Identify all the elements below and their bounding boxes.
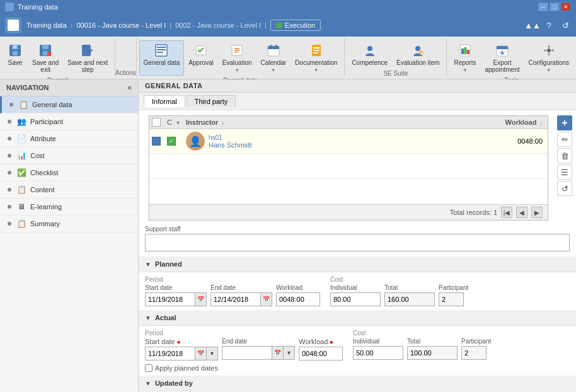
planned-workload-input[interactable] bbox=[276, 292, 320, 306]
planned-period-inputs: Start date 📅 End date 📅 bbox=[145, 284, 320, 306]
apply-planned-checkbox[interactable] bbox=[145, 364, 153, 372]
actual-period-inputs: Start date ● 📅 ▼ End date bbox=[145, 338, 343, 360]
actual-individual-input[interactable] bbox=[353, 346, 403, 360]
row-checkbox-cell bbox=[152, 137, 167, 146]
configurations-button[interactable]: Configurations ▼ bbox=[524, 40, 573, 76]
actual-participant-input bbox=[461, 346, 487, 360]
planned-end-cal-btn[interactable]: 📅 bbox=[261, 292, 272, 306]
reports-button[interactable]: Reports ▼ bbox=[449, 40, 480, 76]
collapse-icon[interactable]: ▲▲ bbox=[527, 20, 538, 31]
minimize-btn[interactable]: ─ bbox=[538, 3, 548, 11]
breadcrumb-app[interactable]: Training data bbox=[26, 21, 67, 29]
maximize-btn[interactable]: □ bbox=[550, 3, 560, 11]
actions-section-label: Actions bbox=[115, 68, 136, 78]
planned-individual-input[interactable] bbox=[330, 292, 381, 306]
edit-instructor-btn[interactable]: ✏ bbox=[557, 132, 572, 147]
support-staff-field: Support staff bbox=[145, 226, 570, 253]
save-next-button[interactable]: Save and nextstep bbox=[63, 40, 112, 76]
first-page-btn[interactable]: |◀ bbox=[501, 207, 512, 218]
select-all-checkbox[interactable] bbox=[152, 118, 161, 127]
support-staff-input[interactable] bbox=[145, 234, 570, 251]
planned-workload-group: Workload bbox=[276, 284, 320, 306]
planned-start-cal-btn[interactable]: 📅 bbox=[195, 292, 207, 306]
main-layout: NAVIGATION « 📋 General data 👥 Participan… bbox=[0, 79, 576, 392]
general-data-icon bbox=[154, 43, 169, 58]
actual-start-extra-btn[interactable]: ▼ bbox=[207, 347, 218, 360]
actual-workload-input[interactable] bbox=[299, 347, 343, 360]
competence-button[interactable]: Competence bbox=[347, 40, 392, 69]
col-header-check bbox=[152, 118, 167, 127]
tab-informal[interactable]: Informal bbox=[144, 95, 185, 107]
actual-section-header[interactable]: ▼ Actual bbox=[139, 310, 576, 326]
svg-marker-9 bbox=[89, 49, 93, 52]
approval-button[interactable]: Approval bbox=[184, 40, 217, 76]
instructor-table: C ▼ Instructor ↕ Workload ↕ bbox=[149, 115, 548, 221]
evaluation-item-button[interactable]: Evaluation item bbox=[392, 40, 444, 69]
evaluation-item-icon bbox=[410, 43, 425, 58]
actual-start-required: ● bbox=[176, 338, 180, 345]
svg-point-29 bbox=[415, 46, 420, 51]
sidebar-item-cost[interactable]: 📊 Cost bbox=[0, 147, 138, 164]
toolbar-section-record: Save Save andexit Save and nextstep Reco… bbox=[0, 38, 115, 78]
next-page-btn[interactable]: ▶ bbox=[531, 207, 543, 218]
actual-start-date-input[interactable] bbox=[145, 347, 195, 360]
save-exit-button[interactable]: Save andexit bbox=[28, 40, 63, 76]
general-data-label: General data bbox=[144, 59, 180, 66]
actual-start-cal-btn[interactable]: 📅 bbox=[195, 347, 207, 360]
prev-page-btn[interactable]: ◀ bbox=[516, 207, 527, 218]
instructor-table-header: C ▼ Instructor ↕ Workload ↕ bbox=[149, 116, 548, 129]
save-button[interactable]: Save bbox=[3, 40, 28, 76]
sidebar-item-content[interactable]: 📋 Content bbox=[0, 182, 138, 199]
calendar-label: Calendar bbox=[261, 59, 287, 66]
col-c-label: C bbox=[167, 118, 172, 126]
sidebar-header: NAVIGATION « bbox=[0, 79, 138, 96]
planned-participant-label: Participant bbox=[439, 284, 468, 291]
export-appointment-button[interactable]: Exportappointment bbox=[480, 40, 524, 76]
tab-third-party[interactable]: Third party bbox=[187, 95, 236, 107]
sidebar-item-participant-label: Participant bbox=[30, 118, 63, 125]
export-icon bbox=[495, 43, 510, 58]
sidebar-item-participant[interactable]: 👥 Participant bbox=[0, 113, 138, 130]
breadcrumb-level2[interactable]: 0002 - Java course - Level I bbox=[175, 21, 261, 29]
evaluation-button[interactable]: Evaluation ▼ bbox=[218, 40, 256, 76]
table-row: ✓ 👤 hs01 Hans Schmidt 0048:00 bbox=[149, 129, 548, 154]
actual-end-extra-btn[interactable]: ▼ bbox=[284, 346, 295, 360]
list-instructor-btn[interactable]: ☰ bbox=[557, 164, 572, 180]
col-c-sort[interactable]: ▼ bbox=[175, 120, 181, 126]
actual-total-label: Total bbox=[407, 338, 458, 345]
refresh-instructor-btn[interactable]: ↺ bbox=[557, 181, 572, 196]
planned-end-label: End date bbox=[210, 284, 272, 291]
planned-start-date-input[interactable] bbox=[145, 292, 195, 306]
planned-end-input-wrap: 📅 bbox=[210, 292, 272, 306]
refresh-icon[interactable]: ↺ bbox=[560, 20, 571, 31]
updated-by-section-header[interactable]: ▼ Updated by bbox=[139, 376, 576, 391]
delete-instructor-btn[interactable]: 🗑 bbox=[557, 148, 572, 163]
actual-end-date-input[interactable] bbox=[222, 346, 272, 360]
sidebar-item-attribute[interactable]: 📄 Attribute bbox=[0, 130, 138, 147]
col-workload-sort[interactable]: ↕ bbox=[540, 120, 543, 126]
planned-section-header[interactable]: ▼ Planned bbox=[139, 257, 576, 272]
breadcrumb-level1[interactable]: 00016 - Java course - Level I bbox=[76, 21, 166, 29]
sidebar-collapse-btn[interactable]: « bbox=[127, 83, 132, 92]
documentation-button[interactable]: Documentation ▼ bbox=[291, 40, 342, 76]
sidebar-item-e-learning[interactable]: 🖥 E-learning bbox=[0, 199, 138, 216]
sidebar-item-summary[interactable]: 📋 Summary bbox=[0, 216, 138, 233]
instructor-id: hs01 bbox=[209, 134, 488, 141]
row-checkbox[interactable] bbox=[152, 137, 161, 146]
planned-end-date-input[interactable] bbox=[210, 292, 261, 306]
evaluation-label: Evaluation bbox=[222, 59, 252, 66]
header-icons: ▲▲ ? ↺ bbox=[527, 20, 571, 31]
add-instructor-btn[interactable]: + bbox=[557, 115, 572, 130]
actual-end-cal-btn[interactable]: 📅 bbox=[272, 346, 284, 360]
col-instructor-sort[interactable]: ↕ bbox=[221, 120, 224, 126]
instructor-name[interactable]: Hans Schmidt bbox=[209, 141, 488, 149]
sidebar-item-general-data[interactable]: 📋 General data bbox=[0, 96, 138, 113]
execution-label: Execution bbox=[285, 21, 315, 29]
sidebar-item-checklist[interactable]: ✅ Checklist bbox=[0, 164, 138, 182]
svg-rect-7 bbox=[47, 52, 51, 56]
help-icon[interactable]: ? bbox=[543, 20, 555, 31]
close-btn[interactable]: ✕ bbox=[561, 3, 571, 11]
svg-rect-33 bbox=[464, 47, 466, 54]
calendar-button[interactable]: Calendar ▼ bbox=[256, 40, 291, 76]
general-data-button[interactable]: General data bbox=[139, 40, 185, 76]
